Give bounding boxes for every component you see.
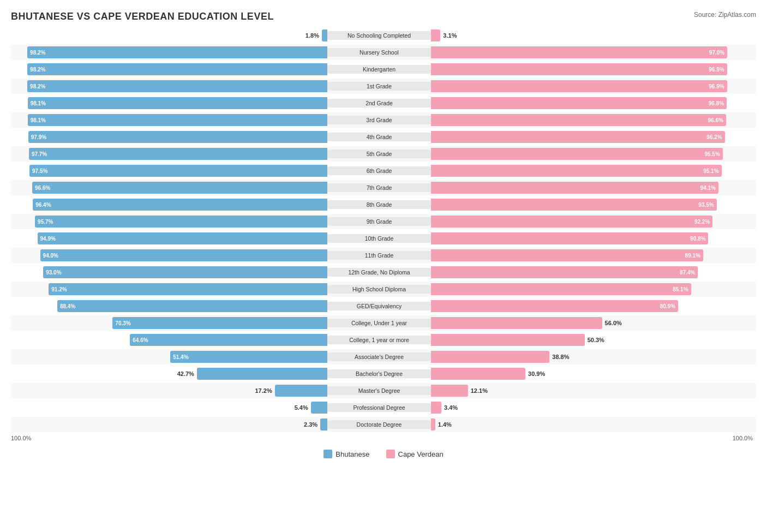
bar-right: 95.5%: [431, 148, 723, 160]
bar-value-left: 1.8%: [305, 32, 319, 39]
table-row: 98.1%2nd Grade96.8%: [11, 95, 756, 111]
row-label: 9th Grade: [327, 217, 431, 226]
bar-right: [431, 334, 585, 346]
table-row: 5.4%Professional Degree3.4%: [11, 400, 756, 415]
bar-left: [311, 402, 327, 414]
bar-right: 94.1%: [431, 182, 718, 194]
row-label: 10th Grade: [327, 234, 431, 243]
table-row: 98.2%Kindergarten96.9%: [11, 62, 756, 77]
bar-value-right: 96.2%: [706, 134, 722, 140]
bar-left: [275, 385, 327, 397]
bar-right: [431, 402, 441, 414]
bar-value-right: 80.9%: [660, 303, 675, 309]
bar-right: 96.8%: [431, 97, 727, 109]
bar-value-right: 56.0%: [605, 320, 622, 326]
legend-label-cape-verdean: Cape Verdean: [398, 450, 444, 458]
bar-right: 89.1%: [431, 249, 703, 261]
bar-value-right: 85.1%: [673, 286, 688, 292]
bar-value-right: 96.9%: [709, 67, 724, 73]
row-label: 11th Grade: [327, 251, 431, 260]
bar-value-left: 98.1%: [31, 100, 46, 106]
row-label: Doctorate Degree: [327, 420, 431, 429]
bar-right: [431, 317, 602, 329]
row-label: Master's Degree: [327, 386, 431, 395]
table-row: 91.2%High School Diploma85.1%: [11, 282, 756, 297]
bar-right: 96.2%: [431, 131, 725, 143]
bar-left: 96.6%: [32, 182, 327, 194]
table-row: 88.4%GED/Equivalency80.9%: [11, 298, 756, 314]
bar-left: 98.1%: [28, 97, 327, 109]
source-label: Source: ZipAtlas.com: [694, 11, 756, 19]
bar-value-left: 88.4%: [60, 303, 75, 309]
row-label: 6th Grade: [327, 166, 431, 175]
bar-value-right: 93.5%: [698, 202, 714, 208]
bar-left: 96.4%: [33, 199, 327, 211]
bar-left: [197, 368, 327, 380]
bar-left: 94.0%: [40, 249, 327, 261]
row-label: Bachelor's Degree: [327, 369, 431, 378]
row-label: 8th Grade: [327, 200, 431, 209]
bar-left: 93.0%: [43, 266, 327, 278]
row-label: High School Diploma: [327, 285, 431, 294]
bar-value-right: 1.4%: [438, 421, 452, 428]
table-row: 98.1%3rd Grade96.6%: [11, 112, 756, 128]
bar-value-right: 38.8%: [552, 354, 569, 360]
bar-right: 90.8%: [431, 232, 708, 244]
row-label: 3rd Grade: [327, 116, 431, 124]
bar-value-left: 97.7%: [32, 151, 47, 157]
bar-value-right: 90.8%: [690, 236, 705, 242]
bar-value-left: 17.2%: [255, 387, 272, 394]
row-label: 4th Grade: [327, 133, 431, 141]
bar-left: 97.9%: [28, 131, 327, 143]
legend: Bhutanese Cape Verdean: [11, 450, 756, 458]
row-label: 7th Grade: [327, 183, 431, 192]
table-row: 1.8%No Schooling Completed3.1%: [11, 28, 756, 43]
bar-value-left: 93.0%: [46, 270, 61, 276]
bar-value-left: 70.3%: [115, 320, 130, 326]
table-row: 70.3%College, Under 1 year56.0%: [11, 315, 756, 331]
axis-left-label: 100.0%: [11, 435, 327, 441]
row-label: 12th Grade, No Diploma: [327, 268, 431, 277]
legend-color-cape-verdean: [386, 450, 395, 458]
row-label: No Schooling Completed: [327, 31, 431, 40]
axis-right-label: 100.0%: [436, 435, 753, 441]
legend-cape-verdean: Cape Verdean: [386, 450, 444, 458]
bar-value-right: 87.4%: [680, 270, 695, 276]
bar-left: 91.2%: [49, 283, 327, 295]
table-row: 97.5%6th Grade95.1%: [11, 163, 756, 178]
bar-value-left: 42.7%: [177, 370, 194, 377]
legend-bhutanese: Bhutanese: [323, 450, 369, 458]
bar-right: [431, 419, 435, 431]
bar-left: 98.1%: [28, 114, 327, 126]
bar-value-right: 89.1%: [685, 253, 700, 259]
bar-right: 80.9%: [431, 300, 678, 312]
bar-value-right: 3.1%: [443, 32, 457, 39]
row-label: GED/Equivalency: [327, 302, 431, 310]
table-row: 2.3%Doctorate Degree1.4%: [11, 417, 756, 432]
bar-left: 51.4%: [170, 351, 327, 363]
bar-right: [431, 385, 468, 397]
row-label: 5th Grade: [327, 150, 431, 158]
table-row: 97.9%4th Grade96.2%: [11, 129, 756, 145]
table-row: 94.9%10th Grade90.8%: [11, 231, 756, 246]
row-label: College, Under 1 year: [327, 319, 431, 327]
row-label: Kindergarten: [327, 65, 431, 74]
bar-value-right: 92.2%: [694, 219, 710, 225]
table-row: 64.6%College, 1 year or more50.3%: [11, 332, 756, 348]
bar-left: 64.6%: [130, 334, 327, 346]
bar-right: 96.9%: [431, 63, 727, 75]
bar-value-right: 96.8%: [709, 100, 724, 106]
bar-value-right: 3.4%: [444, 404, 458, 411]
row-label: Associate's Degree: [327, 352, 431, 361]
bar-left: 98.2%: [27, 80, 327, 92]
row-label: 2nd Grade: [327, 99, 431, 107]
row-label: College, 1 year or more: [327, 336, 431, 344]
bar-right: 93.5%: [431, 199, 717, 211]
row-label: Nursery School: [327, 48, 431, 57]
bar-value-right: 12.1%: [471, 387, 488, 394]
bar-left: 97.5%: [29, 165, 327, 177]
bar-right: 97.0%: [431, 46, 727, 58]
bar-right: 87.4%: [431, 266, 698, 278]
table-row: 98.2%1st Grade96.9%: [11, 79, 756, 94]
chart-container: BHUTANESE VS CAPE VERDEAN EDUCATION LEVE…: [0, 0, 767, 480]
